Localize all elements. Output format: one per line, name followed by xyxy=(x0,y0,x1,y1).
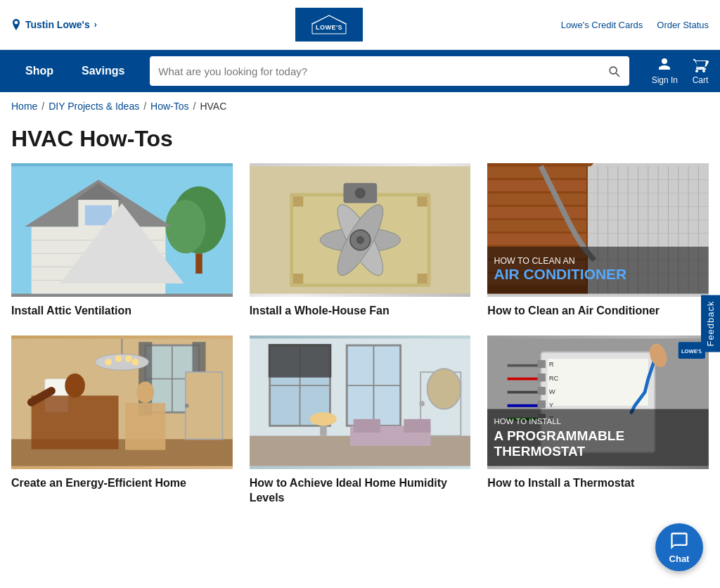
credit-cards-link[interactable]: Lowe's Credit Cards xyxy=(561,20,643,30)
svg-rect-104 xyxy=(353,419,380,433)
utility-bar: Tustin Lowe's › LOWE'S Lowe's Credit Car… xyxy=(0,0,720,50)
svg-point-88 xyxy=(132,359,139,366)
thermostat-illustration: R RC W Y G LOWE'S HOW TO INSTALL A PROGR… xyxy=(487,335,709,469)
user-icon xyxy=(656,57,673,74)
search-icon[interactable] xyxy=(607,64,621,78)
savings-button[interactable]: Savings xyxy=(68,50,139,92)
svg-point-86 xyxy=(115,355,122,362)
svg-rect-75 xyxy=(186,372,222,439)
article-card-fan[interactable]: Install a Whole-House Fan xyxy=(250,163,471,319)
svg-point-102 xyxy=(419,401,425,407)
svg-text:A PROGRAMMABLE: A PROGRAMMABLE xyxy=(494,428,625,443)
article-card-ac[interactable]: HOW TO CLEAN AN AIR CONDITIONER How to C… xyxy=(487,163,709,319)
svg-text:LOWE'S: LOWE'S xyxy=(316,24,342,31)
svg-text:Y: Y xyxy=(549,400,554,408)
svg-rect-79 xyxy=(32,395,119,449)
svg-text:R: R xyxy=(549,360,554,368)
svg-rect-36 xyxy=(487,193,586,205)
svg-point-78 xyxy=(65,373,85,397)
fan-illustration xyxy=(250,163,471,297)
search-bar xyxy=(150,56,629,86)
card-title-thermostat: How to Install a Thermostat xyxy=(487,476,709,491)
card-title-fan: Install a Whole-House Fan xyxy=(250,304,471,319)
card-image-ac: HOW TO CLEAN AN AIR CONDITIONER xyxy=(487,163,709,297)
svg-rect-96 xyxy=(268,344,331,378)
card-title-attic-vent: Install Attic Ventilation xyxy=(11,304,233,319)
svg-point-26 xyxy=(356,236,364,244)
breadcrumb-sep-1: / xyxy=(41,101,44,112)
card-image-humidity xyxy=(250,335,471,469)
card-image-fan xyxy=(250,163,471,297)
svg-rect-35 xyxy=(487,179,586,191)
svg-point-108 xyxy=(309,412,336,426)
card-title-ac: How to Clean an Air Conditioner xyxy=(487,304,709,319)
card-image-attic-vent xyxy=(11,163,233,297)
svg-rect-117 xyxy=(538,360,546,368)
svg-point-28 xyxy=(354,188,365,198)
svg-point-84 xyxy=(95,354,148,370)
cart-icon xyxy=(692,57,709,74)
cart-button[interactable]: Cart xyxy=(692,57,709,85)
breadcrumb-home[interactable]: Home xyxy=(11,101,37,112)
svg-rect-119 xyxy=(538,387,546,395)
svg-rect-39 xyxy=(487,234,586,245)
order-status-link[interactable]: Order Status xyxy=(657,20,709,30)
ac-illustration: HOW TO CLEAN AN AIR CONDITIONER xyxy=(487,163,709,297)
breadcrumb-diy[interactable]: DIY Projects & Ideas xyxy=(49,101,139,112)
home-illustration xyxy=(11,335,233,469)
store-location[interactable]: Tustin Lowe's › xyxy=(11,19,97,30)
article-card-energy[interactable]: Create an Energy-Efficient Home xyxy=(11,335,233,506)
svg-rect-82 xyxy=(125,403,165,450)
cart-label: Cart xyxy=(693,75,709,85)
svg-point-87 xyxy=(125,355,132,362)
article-card-attic-vent[interactable]: Install Attic Ventilation xyxy=(11,163,233,319)
svg-text:RC: RC xyxy=(549,373,559,381)
attic-illustration xyxy=(11,163,233,297)
sign-in-button[interactable]: Sign In xyxy=(652,57,678,85)
svg-text:AIR CONDITIONER: AIR CONDITIONER xyxy=(494,266,627,282)
page-title: HVAC How-Tos xyxy=(0,120,720,163)
store-name: Tustin Lowe's xyxy=(25,19,90,30)
humidity-illustration xyxy=(250,335,471,469)
lowes-logo[interactable]: LOWE'S xyxy=(293,6,365,44)
breadcrumb-sep-3: / xyxy=(193,101,196,112)
svg-rect-118 xyxy=(538,373,546,381)
svg-rect-34 xyxy=(487,166,586,178)
svg-point-85 xyxy=(105,359,112,366)
svg-rect-111 xyxy=(548,359,648,406)
card-title-humidity: How to Achieve Ideal Home Humidity Level… xyxy=(250,476,471,506)
svg-rect-120 xyxy=(538,400,546,408)
svg-point-81 xyxy=(136,381,154,403)
svg-rect-105 xyxy=(404,419,430,433)
main-nav: Shop Savings Sign In Cart xyxy=(0,50,720,92)
lowes-logo-svg: LOWE'S xyxy=(308,12,350,37)
article-card-humidity[interactable]: How to Achieve Ideal Home Humidity Level… xyxy=(250,335,471,506)
svg-rect-37 xyxy=(487,207,586,219)
search-input[interactable] xyxy=(158,65,600,77)
svg-point-76 xyxy=(185,404,189,408)
svg-rect-8 xyxy=(195,253,202,274)
card-title-energy: Create an Energy-Efficient Home xyxy=(11,476,233,491)
svg-rect-9 xyxy=(32,226,166,293)
breadcrumb-sep-2: / xyxy=(143,101,146,112)
location-pin-icon xyxy=(11,19,21,30)
shop-button[interactable]: Shop xyxy=(11,50,68,92)
article-grid: Install Attic Ventilation xyxy=(0,163,720,528)
sign-in-label: Sign In xyxy=(652,75,678,85)
feedback-label: Feedback xyxy=(701,295,720,352)
nav-icons: Sign In Cart xyxy=(652,57,709,85)
svg-rect-29 xyxy=(293,196,303,206)
chevron-right-icon: › xyxy=(94,20,97,30)
svg-text:THERMOSTAT: THERMOSTAT xyxy=(494,444,586,459)
card-image-thermostat: R RC W Y G LOWE'S HOW TO INSTALL A PROGR… xyxy=(487,335,709,469)
svg-rect-30 xyxy=(417,196,427,206)
breadcrumb-how-tos[interactable]: How-Tos xyxy=(150,101,188,112)
feedback-tab[interactable]: Feedback xyxy=(701,295,720,352)
svg-rect-13 xyxy=(85,205,112,226)
article-card-thermostat[interactable]: R RC W Y G LOWE'S HOW TO INSTALL A PROGR… xyxy=(487,335,709,506)
utility-links: Lowe's Credit Cards Order Status xyxy=(561,20,709,30)
card-image-energy xyxy=(11,335,233,469)
svg-text:LOWE'S: LOWE'S xyxy=(681,348,702,354)
svg-point-106 xyxy=(427,369,461,409)
breadcrumb: Home / DIY Projects & Ideas / How-Tos / … xyxy=(0,92,720,120)
